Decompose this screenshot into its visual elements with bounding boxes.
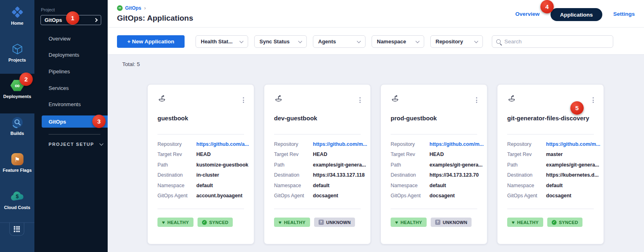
rail-item-home[interactable]: Home — [0, 5, 34, 26]
chevron-down-icon — [416, 39, 420, 43]
som-mark-5: 5 — [570, 101, 584, 115]
tab-settings[interactable]: Settings — [613, 11, 635, 17]
sidebar-item-deployments[interactable]: Deployments — [49, 52, 79, 60]
sidebar-divider — [49, 134, 100, 135]
tab-overview[interactable]: Overview — [515, 11, 540, 17]
rail-item-feature-flags[interactable]: ⚑ Feature Flags — [0, 152, 34, 173]
gitops-icon: ∞ — [117, 5, 123, 11]
check-circle-icon: ✓ — [202, 220, 207, 225]
som-mark-4: 4 — [540, 0, 554, 13]
application-name: git-generator-files-discovery — [507, 115, 589, 122]
gitops-applications-page: Home Projects ∞ Deployments — [0, 0, 644, 252]
heart-icon: ♥ — [162, 220, 165, 225]
page-header: ∞ GitOps › GitOps: Applications Overview… — [108, 0, 644, 28]
application-card-git-generator-files-discovery[interactable]: git-generator-files-discovery Repository… — [497, 84, 604, 244]
question-icon: ? — [319, 220, 324, 225]
sidebar-item-environments[interactable]: Environments — [49, 101, 81, 109]
application-name: guestbook — [157, 115, 188, 122]
search-icon — [496, 39, 501, 44]
kebab-menu-icon[interactable] — [474, 96, 479, 105]
namespace-filter[interactable]: Namespace — [372, 35, 424, 48]
rail-item-projects[interactable]: Projects — [0, 42, 34, 62]
sync-status-badge: ?UNKNOWN — [314, 218, 355, 227]
module-grid-button[interactable] — [9, 222, 24, 236]
sidebar-item-overview[interactable]: Overview — [49, 36, 70, 44]
project-setup-toggle[interactable]: PROJECT SETUP — [49, 142, 103, 147]
sync-status-filter[interactable]: Sync Status — [254, 35, 307, 48]
repository-link[interactable]: https://github.com/a... — [196, 141, 249, 147]
tab-applications[interactable]: Applications — [550, 8, 602, 21]
breadcrumb-gitops-link[interactable]: GitOps — [125, 5, 141, 11]
check-circle-icon: ✓ — [552, 220, 557, 225]
heart-icon: ♥ — [395, 220, 398, 225]
new-application-button[interactable]: + New Application — [117, 35, 185, 48]
health-status-badge: ♥HEALTHY — [507, 218, 543, 227]
kebab-menu-icon[interactable] — [591, 96, 595, 105]
total-count: Total: 5 — [122, 61, 140, 67]
rail-item-cloud-costs[interactable]: $ Cloud Costs — [0, 189, 34, 210]
search-box — [492, 35, 613, 48]
kebab-menu-icon[interactable] — [241, 96, 246, 105]
som-mark-1: 1 — [66, 11, 79, 25]
argo-app-icon — [391, 94, 400, 105]
health-status-badge: ♥HEALTHY — [274, 218, 310, 227]
question-icon: ? — [435, 220, 440, 225]
main-area: ∞ GitOps › GitOps: Applications Overview… — [108, 0, 644, 252]
argo-app-icon — [507, 94, 516, 105]
sidebar-item-services[interactable]: Services — [49, 85, 69, 93]
page-title: GitOps: Applications — [117, 14, 193, 23]
health-status-filter[interactable]: Health Stat... — [196, 35, 248, 48]
som-mark-2: 2 — [19, 73, 33, 86]
sync-status-badge: ✓SYNCED — [198, 218, 233, 227]
applications-content: Total: 5 guestbook — [108, 55, 644, 252]
health-status-badge: ♥HEALTHY — [391, 218, 427, 227]
sync-status-badge: ✓SYNCED — [547, 218, 583, 227]
kebab-menu-icon[interactable] — [358, 96, 362, 105]
feature-flags-icon: ⚑ — [11, 152, 23, 167]
repository-filter[interactable]: Repository — [430, 35, 483, 48]
application-card-prod-guestbook[interactable]: prod-guestbook Repositoryhttps://github.… — [380, 84, 487, 244]
project-section-label: Project — [41, 7, 55, 12]
chevron-down-icon — [357, 39, 361, 43]
chevron-down-icon — [99, 141, 103, 145]
chevron-right-icon — [94, 18, 98, 22]
agents-filter[interactable]: Agents — [313, 35, 366, 48]
argo-app-icon — [274, 94, 283, 105]
filter-toolbar: + New Application Health Stat... Sync St… — [108, 28, 644, 55]
grid-icon — [14, 226, 20, 232]
application-cards: guestbook Repositoryhttps://github.com/a… — [147, 84, 604, 244]
breadcrumb-separator-icon: › — [144, 5, 146, 11]
heart-icon: ♥ — [512, 220, 514, 225]
projects-cube-icon — [11, 42, 23, 56]
application-card-dev-guestbook[interactable]: dev-guestbook Repositoryhttps://github.c… — [264, 84, 371, 244]
cloud-costs-icon: $ — [10, 189, 25, 204]
sidebar-item-pipelines[interactable]: Pipelines — [49, 68, 70, 77]
module-rail: Home Projects ∞ Deployments — [0, 0, 34, 252]
chevron-down-icon — [298, 39, 302, 43]
sync-status-badge: ?UNKNOWN — [431, 218, 472, 227]
application-card-guestbook[interactable]: guestbook Repositoryhttps://github.com/a… — [147, 84, 254, 244]
application-name: dev-guestbook — [274, 115, 317, 122]
argo-app-icon — [157, 94, 166, 105]
repository-link[interactable]: https://github.com/m... — [546, 141, 600, 147]
repository-link[interactable]: https://github.com/m... — [429, 141, 484, 147]
search-input[interactable] — [504, 38, 601, 45]
repository-link[interactable]: https://github.com/m... — [313, 141, 367, 147]
rail-item-builds[interactable]: Builds — [0, 115, 34, 136]
chevron-down-icon — [240, 39, 244, 43]
builds-icon — [11, 115, 23, 130]
home-icon — [11, 5, 24, 19]
heart-icon: ♥ — [278, 220, 281, 225]
breadcrumb: ∞ GitOps › — [117, 5, 146, 11]
health-status-badge: ♥HEALTHY — [157, 218, 193, 227]
chevron-down-icon — [474, 39, 478, 43]
som-mark-3: 3 — [92, 115, 106, 128]
application-name: prod-guestbook — [391, 115, 437, 122]
